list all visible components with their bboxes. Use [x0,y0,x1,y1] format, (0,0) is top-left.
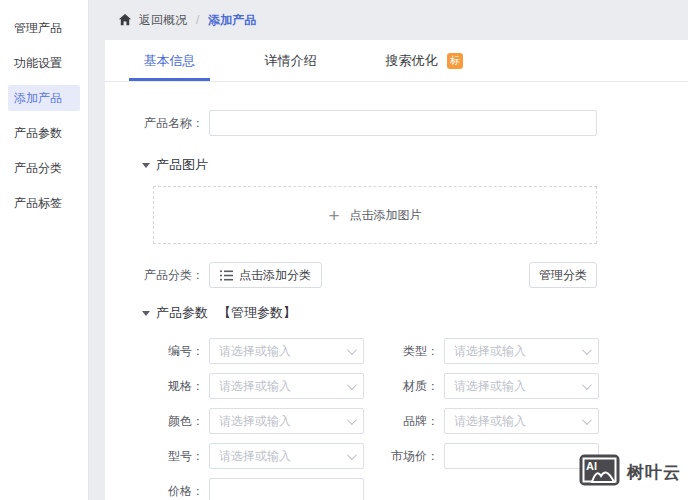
param-label-number: 编号： [129,343,204,360]
param-select-type[interactable]: 请选择或输入 [444,338,599,364]
price-input[interactable] [209,478,364,500]
chevron-down-icon [347,380,357,390]
param-row: 规格： 请选择或输入 材质： 请选择或输入 [129,373,688,399]
param-select-color[interactable]: 请选择或输入 [209,408,364,434]
param-select-number[interactable]: 请选择或输入 [209,338,364,364]
watermark-brand-text: 树叶云 [627,461,681,484]
upload-hint-text: 点击添加图片 [350,207,422,224]
param-select-spec[interactable]: 请选择或输入 [209,373,364,399]
sidebar-item-add-product[interactable]: 添加产品 [8,85,80,111]
manage-category-button[interactable]: 管理分类 [529,262,597,288]
sidebar: 管理产品 功能设置 添加产品 产品参数 产品分类 产品标签 [0,0,89,500]
image-upload-dropzone[interactable]: + 点击添加图片 [153,186,597,244]
param-label-color: 颜色： [129,413,204,430]
breadcrumb-separator: / [196,13,199,27]
product-images-section-title: 产品图片 [156,156,208,174]
product-name-label: 产品名称： [129,115,204,132]
collapse-caret-icon [142,311,150,316]
chevron-down-icon [347,415,357,425]
select-placeholder: 请选择或输入 [454,378,526,395]
tab-search-optimization[interactable]: 搜索优化 标 [371,40,452,81]
param-select-brand[interactable]: 请选择或输入 [444,408,599,434]
home-icon[interactable] [118,13,132,27]
product-params-section-header[interactable]: 产品参数 【管理参数】 [142,304,688,322]
param-label-model: 型号： [129,448,204,465]
tab-basic-info[interactable]: 基本信息 [129,40,210,81]
param-select-material[interactable]: 请选择或输入 [444,373,599,399]
param-select-model[interactable]: 请选择或输入 [209,443,364,469]
product-images-section-header[interactable]: 产品图片 [142,156,688,174]
feature-badge-icon: 标 [447,53,463,69]
sidebar-item-product-categories[interactable]: 产品分类 [8,155,80,181]
param-label-type: 类型： [369,343,439,360]
chevron-down-icon [347,345,357,355]
breadcrumb-current: 添加产品 [208,12,256,29]
tab-detail-intro[interactable]: 详情介绍 [250,40,331,81]
watermark-logo-icon: AI [579,454,620,490]
tab-search-optimization-label: 搜索优化 [386,53,438,68]
market-price-input[interactable] [444,443,599,469]
collapse-caret-icon [142,163,150,168]
select-placeholder: 请选择或输入 [219,343,291,360]
product-name-row: 产品名称： [129,110,688,136]
select-placeholder: 请选择或输入 [454,413,526,430]
plus-icon: + [328,206,339,225]
param-label-price: 价格： [129,483,204,500]
list-icon [220,270,233,281]
product-name-input[interactable] [209,110,597,136]
product-category-label: 产品分类： [129,267,204,284]
watermark: AI 树叶云 [579,454,681,490]
add-category-button[interactable]: 点击添加分类 [209,262,322,288]
product-category-row: 产品分类： 点击添加分类 管理分类 [129,262,597,288]
sidebar-item-product-tags[interactable]: 产品标签 [8,190,80,216]
breadcrumb-back-link[interactable]: 返回概况 [139,12,187,29]
select-placeholder: 请选择或输入 [219,413,291,430]
breadcrumb: 返回概况 / 添加产品 [89,0,688,40]
param-label-spec: 规格： [129,378,204,395]
param-row: 编号： 请选择或输入 类型： 请选择或输入 [129,338,688,364]
chevron-down-icon [347,450,357,460]
product-params-section-title: 产品参数 [156,304,208,322]
select-placeholder: 请选择或输入 [219,378,291,395]
chevron-down-icon [582,415,592,425]
sidebar-item-function-settings[interactable]: 功能设置 [8,50,80,76]
select-placeholder: 请选择或输入 [219,448,291,465]
param-label-brand: 品牌： [369,413,439,430]
param-row: 颜色： 请选择或输入 品牌： 请选择或输入 [129,408,688,434]
svg-text:AI: AI [586,460,597,472]
tab-bar: 基本信息 详情介绍 搜索优化 标 [105,40,688,82]
param-label-market-price: 市场价： [369,448,439,465]
chevron-down-icon [582,345,592,355]
product-form: 产品名称： 产品图片 + 点击添加图片 产品分类： [105,82,688,500]
param-label-material: 材质： [369,378,439,395]
main-area: 返回概况 / 添加产品 基本信息 详情介绍 搜索优化 标 产品名称： 产品图片 [89,0,688,500]
add-category-button-label: 点击添加分类 [239,267,311,284]
select-placeholder: 请选择或输入 [454,343,526,360]
content-card: 基本信息 详情介绍 搜索优化 标 产品名称： 产品图片 + 点击添加图片 [105,40,688,500]
sidebar-item-manage-products[interactable]: 管理产品 [8,15,80,41]
chevron-down-icon [582,380,592,390]
sidebar-item-product-params[interactable]: 产品参数 [8,120,80,146]
manage-params-link[interactable]: 【管理参数】 [218,304,296,322]
